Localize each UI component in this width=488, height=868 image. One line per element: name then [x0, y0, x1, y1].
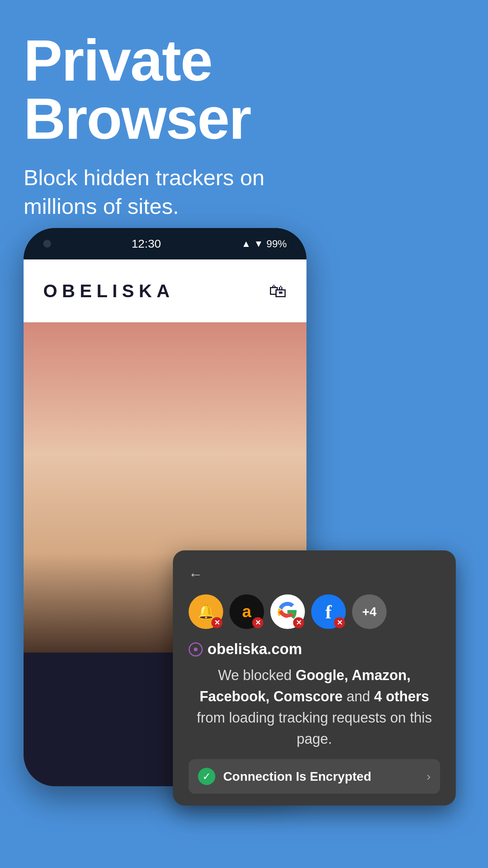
chevron-right-icon: › [427, 770, 431, 783]
phone-time: 12:30 [132, 237, 161, 250]
blocked-badge-facebook: ✕ [334, 617, 345, 628]
website-header: OBELISKA 🛍 [24, 259, 306, 322]
back-button[interactable]: ← [189, 566, 440, 583]
facebook-icon-label: f [325, 601, 332, 623]
wifi-icon: ▼ [254, 238, 263, 249]
popup-message: We blocked Google, Amazon, Facebook, Com… [189, 665, 440, 750]
back-arrow-icon: ← [189, 566, 203, 582]
yellow-icon-label: 🔔 [197, 603, 215, 620]
more-trackers-count: +4 [352, 594, 387, 629]
phone-container: 12:30 ▲ ▼ 99% OBELISKA 🛍 ← 🔔 ✕ [24, 228, 488, 868]
website-logo: OBELISKA [43, 280, 174, 302]
cart-icon: 🛍 [269, 280, 287, 302]
blocked-count: 4 others [374, 688, 429, 704]
popup-panel: ← 🔔 ✕ a ✕ ✕ [173, 550, 456, 805]
connection-row[interactable]: ✓ Connection Is Encrypted › [189, 759, 440, 794]
check-icon: ✓ [198, 768, 215, 785]
connection-label: Connection Is Encrypted [223, 769, 419, 784]
battery-indicator: 99% [266, 238, 287, 250]
camera-icon [43, 240, 51, 248]
tracker-icons-row: 🔔 ✕ a ✕ ✕ f ✕ [189, 594, 440, 629]
status-icons: ▲ ▼ 99% [241, 238, 287, 250]
tracker-icon-yellow: 🔔 ✕ [189, 594, 223, 629]
tracker-icon-google: ✕ [270, 594, 305, 629]
site-name: obeliska.com [207, 641, 302, 658]
tracker-icon-amazon: a ✕ [229, 594, 264, 629]
tracker-icon-facebook: f ✕ [311, 594, 346, 629]
blocked-badge-amazon: ✕ [252, 617, 263, 628]
site-indicator [189, 642, 203, 657]
blocked-badge-google: ✕ [293, 617, 304, 628]
site-dot [194, 647, 198, 651]
hero-subtitle: Block hidden trackers on millions of sit… [24, 164, 291, 221]
hero-section: PrivateBrowser Block hidden trackers on … [0, 0, 488, 237]
hero-title: PrivateBrowser [24, 31, 464, 148]
signal-icon: ▲ [241, 238, 251, 249]
blocked-badge-yellow: ✕ [211, 617, 222, 628]
amazon-icon-label: a [242, 602, 251, 621]
site-name-row: obeliska.com [189, 641, 440, 658]
